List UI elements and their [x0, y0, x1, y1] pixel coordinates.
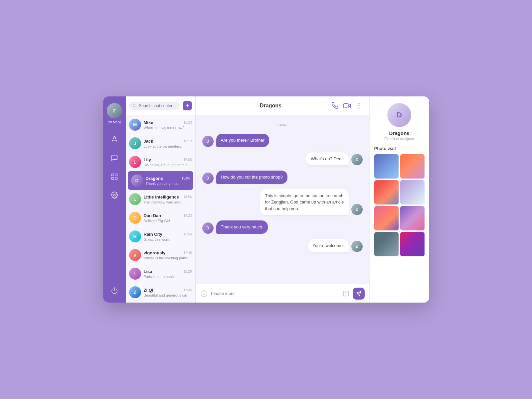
- sidebar-item-apps[interactable]: [109, 171, 120, 182]
- list-item[interactable]: M Mike 16:23 Where to play tomorrow?: [126, 115, 195, 134]
- message-row: DAre you there? Brother: [202, 134, 363, 147]
- message-bubble: How do you cut the photo shop?: [216, 171, 287, 184]
- photo-cell[interactable]: [374, 154, 399, 179]
- chat-preview: Paris is so romantic.: [144, 275, 192, 279]
- chat-time: 16:23: [183, 121, 192, 124]
- list-item[interactable]: J James 11:03 God, what's the matter wit…: [126, 302, 195, 303]
- chat-name-row: Zi Qi 11:45: [144, 288, 192, 293]
- chat-avatar: Z: [129, 286, 141, 298]
- list-item[interactable]: Z Zi Qi 11:45 Beautiful and generous gir…: [126, 283, 195, 302]
- more-options-button[interactable]: [355, 102, 363, 109]
- chat-time: 12:56: [183, 232, 192, 236]
- photo-cell[interactable]: [400, 180, 425, 204]
- call-button[interactable]: [331, 102, 339, 109]
- list-item[interactable]: L Little intelligence 14:56 The intervie…: [126, 190, 195, 208]
- chat-preview: Beautiful and generous girl: [144, 293, 192, 297]
- chat-preview: Where to play tomorrow?: [144, 126, 192, 130]
- chat-avatar: L: [129, 156, 141, 168]
- chat-name: Lisa: [144, 269, 152, 274]
- message-row: ZThis is simple, go to the station to se…: [202, 189, 363, 215]
- chat-avatar: J: [129, 137, 141, 149]
- photo-cell[interactable]: [400, 232, 425, 256]
- message-bubble: What's up? Dear.: [306, 152, 348, 166]
- svg-rect-2: [115, 174, 117, 176]
- chat-name: vigorously: [144, 250, 166, 255]
- sidebar-item-messages[interactable]: [109, 153, 120, 163]
- chat-info: Little intelligence 14:56 The interview …: [144, 195, 192, 204]
- chat-name: Dragons: [146, 176, 163, 181]
- chat-preview: Ha-ha-ha, I'm laughing to death.: [144, 163, 192, 167]
- list-item[interactable]: J Jack 16:12 Look at the parameters.: [126, 134, 195, 153]
- chat-name: Zi Qi: [144, 288, 153, 293]
- svg-rect-12: [343, 103, 348, 108]
- chat-time: 15:04: [181, 177, 190, 180]
- photo-cell[interactable]: [400, 206, 425, 230]
- chat-time: 12:48: [183, 251, 192, 255]
- photo-cell[interactable]: [374, 206, 399, 230]
- svg-rect-1: [111, 174, 113, 176]
- sidebar-nav: [109, 134, 120, 285]
- chat-name: Dan Dan: [144, 213, 161, 218]
- chat-name: Jack: [144, 139, 153, 144]
- message-input[interactable]: [211, 291, 339, 296]
- chat-time: 16:08: [183, 158, 192, 162]
- sidebar-item-settings[interactable]: [109, 190, 120, 200]
- chat-info: Zi Qi 11:45 Beautiful and generous girl: [144, 288, 192, 297]
- chat-header-actions: [331, 102, 363, 109]
- video-button[interactable]: [343, 102, 351, 109]
- list-item[interactable]: D Dragons 15:04 Thank you very much.: [128, 171, 193, 190]
- search-input[interactable]: [139, 103, 177, 108]
- chat-name-row: Dan Dan 14:23: [144, 213, 192, 218]
- chat-avatar: L: [129, 268, 141, 280]
- chat-name-row: Dragons 15:04: [146, 176, 190, 181]
- list-item[interactable]: L Lisa 12:26 Paris is so romantic.: [126, 264, 195, 283]
- photo-cell[interactable]: [374, 180, 399, 204]
- profile-avatar: D: [387, 103, 411, 127]
- chat-avatar: D: [131, 175, 143, 187]
- chat-header: Dragons: [196, 96, 369, 115]
- app-window: Z Zhi Meng: [103, 96, 429, 303]
- plus-icon: [185, 103, 190, 108]
- list-item[interactable]: R Rain City 12:56 Great, this work.: [126, 227, 195, 246]
- chat-main: Dragons 14:45 DAre you there? BrotherZWh…: [196, 96, 369, 303]
- message-row: DThank you very much.: [202, 220, 363, 234]
- avatar[interactable]: Z: [107, 103, 122, 118]
- sidebar-item-contacts[interactable]: [109, 134, 120, 145]
- chat-preview: Delicate Pig Girl: [144, 219, 192, 223]
- chat-name: Mike: [144, 120, 153, 125]
- chat-preview: The interview was over.: [144, 200, 192, 204]
- chat-info: vigorously 12:48 Where is the evening pa…: [144, 250, 192, 260]
- list-item[interactable]: L Lily 16:08 Ha-ha-ha, I'm laughing to d…: [126, 153, 195, 171]
- sidebar-username: Zhi Meng: [107, 120, 121, 124]
- chat-avatar: M: [129, 119, 141, 131]
- message-row: DHow do you cut the photo shop?: [202, 171, 363, 184]
- svg-point-5: [113, 194, 115, 196]
- add-conversation-button[interactable]: [183, 101, 192, 110]
- attach-button[interactable]: [343, 290, 349, 297]
- search-bar[interactable]: [129, 102, 180, 110]
- message-avatar: Z: [351, 241, 363, 252]
- photo-cell[interactable]: [374, 232, 399, 256]
- svg-rect-3: [115, 177, 117, 179]
- chat-preview: Thank you very much.: [146, 182, 190, 186]
- photo-cell[interactable]: [400, 154, 425, 179]
- right-panel: D Dragons Excellent designer Photo wall: [369, 96, 429, 303]
- message-bubble: This is simple, go to the station to sea…: [260, 189, 348, 215]
- svg-point-15: [359, 107, 359, 108]
- emoji-button[interactable]: [200, 290, 208, 297]
- chat-info: Rain City 12:56 Great, this work.: [144, 232, 192, 241]
- chat-name: Rain City: [144, 232, 162, 237]
- svg-line-8: [135, 107, 136, 108]
- send-button[interactable]: [353, 288, 365, 300]
- sidebar-item-power[interactable]: [109, 285, 120, 296]
- time-divider: 14:45: [202, 123, 363, 127]
- sidebar-bottom: [109, 285, 120, 296]
- list-item[interactable]: v vigorously 12:48 Where is the evening …: [126, 246, 195, 264]
- profile-desc: Excellent designer: [384, 137, 414, 141]
- chat-time: 12:26: [183, 270, 192, 273]
- search-icon: [132, 103, 137, 108]
- list-item[interactable]: D Dan Dan 14:23 Delicate Pig Girl: [126, 208, 195, 227]
- chat-info: Lily 16:08 Ha-ha-ha, I'm laughing to dea…: [144, 157, 192, 167]
- svg-point-7: [133, 104, 136, 107]
- sidebar: Z Zhi Meng: [103, 96, 126, 303]
